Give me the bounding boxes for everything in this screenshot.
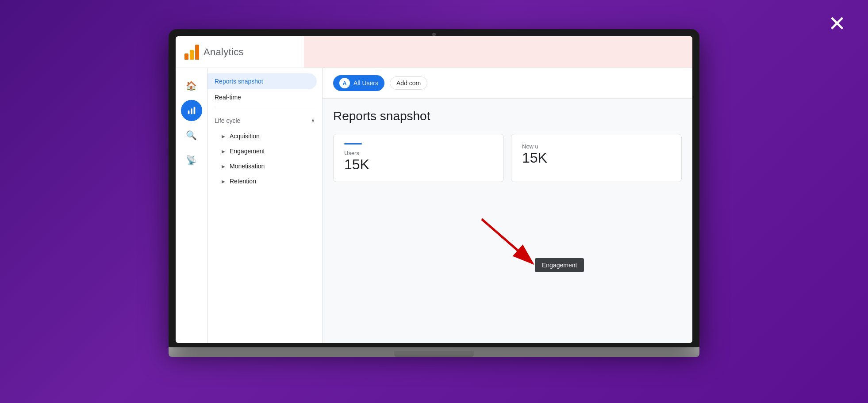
main-content: Reports snapshot Users 15K New u 15K	[323, 99, 692, 343]
ga-logo-icon	[184, 45, 199, 60]
metric-label-users: Users	[344, 150, 493, 156]
engagement-tooltip: Engagement	[535, 258, 584, 272]
add-comparison-button[interactable]: Add com	[390, 76, 427, 90]
metric-label-new-users: New u	[522, 143, 671, 150]
explore-icon-btn[interactable]: 🔍	[181, 125, 202, 146]
user-chip-label: All Users	[353, 80, 378, 87]
nav-sidebar: Reports snapshot Real-time Life cycle ∧ …	[207, 68, 323, 343]
laptop-base	[169, 347, 699, 357]
ga-body: 🏠 🔍 📡 Reports snapshot Real-time	[176, 68, 692, 343]
icon-sidebar: 🏠 🔍 📡	[176, 68, 207, 343]
svg-rect-1	[191, 108, 192, 114]
laptop-screen: Analytics 🏠 🔍 📡	[176, 36, 692, 343]
engagement-label: Engagement	[230, 148, 265, 155]
main-panel: A All Users Add com Reports snapshot	[323, 68, 692, 343]
svg-rect-2	[193, 107, 195, 114]
monetisation-label: Monetisation	[230, 163, 265, 170]
logo-bar-1	[184, 53, 188, 60]
advertising-icon-btn[interactable]: 📡	[181, 149, 202, 171]
bar-chart-icon	[187, 106, 196, 115]
acquisition-label: Acquisition	[230, 133, 260, 140]
nav-item-reports-snapshot[interactable]: Reports snapshot	[207, 73, 317, 89]
logo-bar-2	[190, 50, 194, 60]
ga-header: Analytics	[176, 36, 692, 68]
lifecycle-chevron: ∧	[311, 118, 315, 124]
nav-sub-acquisition[interactable]: ▶ Acquisition	[207, 129, 317, 144]
close-button[interactable]: ✕	[828, 13, 846, 34]
home-icon-btn[interactable]: 🏠	[181, 75, 202, 96]
bullet-monetisation: ▶	[222, 164, 225, 169]
nav-sub-retention[interactable]: ▶ Retention	[207, 174, 317, 189]
logo-bar-3	[195, 45, 199, 60]
lifecycle-label: Life cycle	[215, 117, 240, 124]
user-chip[interactable]: A All Users	[333, 75, 384, 91]
ga-header-right	[304, 36, 692, 68]
metric-card-users: Users 15K	[333, 134, 504, 182]
bullet-engagement: ▶	[222, 149, 225, 154]
main-panel-header: A All Users Add com	[323, 68, 692, 99]
bullet-retention: ▶	[222, 179, 225, 184]
metric-value-new-users: 15K	[522, 150, 671, 166]
metric-card-new-users: New u 15K	[511, 134, 682, 182]
bullet-acquisition: ▶	[222, 134, 225, 139]
laptop-hinge	[394, 351, 474, 357]
user-chip-avatar: A	[339, 78, 350, 88]
reports-snapshot-title: Reports snapshot	[333, 109, 682, 123]
nav-sub-engagement[interactable]: ▶ Engagement	[207, 144, 317, 159]
laptop-screen-bezel: Analytics 🏠 🔍 📡	[169, 29, 699, 347]
metrics-row: Users 15K New u 15K	[333, 134, 682, 182]
add-comparison-label: Add com	[396, 80, 421, 87]
svg-rect-0	[188, 110, 189, 114]
nav-section-lifecycle[interactable]: Life cycle ∧	[207, 113, 322, 129]
reports-icon-btn[interactable]	[181, 100, 202, 121]
retention-label: Retention	[230, 178, 256, 185]
laptop-container: Analytics 🏠 🔍 📡	[169, 29, 699, 374]
ga-logo-area: Analytics	[176, 36, 304, 68]
page-title: Analytics	[204, 46, 244, 58]
nav-item-realtime[interactable]: Real-time	[207, 89, 317, 105]
metric-value-users: 15K	[344, 156, 493, 173]
metric-tab-bar	[344, 143, 362, 144]
nav-divider	[215, 109, 315, 109]
nav-sub-monetisation[interactable]: ▶ Monetisation	[207, 159, 317, 174]
